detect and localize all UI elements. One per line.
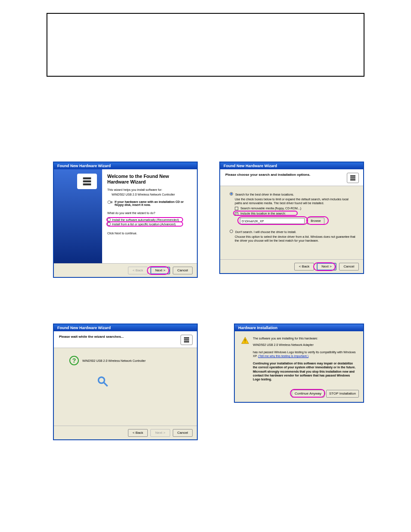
wizard-content: Welcome to the Found New Hardware Wizard… — [102, 169, 197, 263]
checkbox-icon — [235, 212, 238, 216]
location-path-field[interactable]: D:\Driver\2K_XP — [240, 218, 305, 224]
titlebar: Found New Hardware Wizard — [220, 162, 363, 169]
warning-body: ! The software you are installing for th… — [235, 331, 363, 386]
radio-search[interactable]: Search for the best driver in these loca… — [230, 192, 356, 196]
cancel-button[interactable]: Cancel — [339, 263, 359, 271]
search-help-text: Use the check boxes below to limit or ex… — [235, 197, 356, 205]
warning-icon: ! — [241, 336, 249, 345]
radio-icon — [107, 222, 111, 226]
checkbox-include[interactable]: Include this location in the search: — [235, 212, 356, 215]
wizard-header: Please choose your search and installati… — [220, 169, 363, 186]
device-icon — [181, 335, 193, 345]
button-row: < Back Next > Cancel — [220, 259, 363, 273]
tell-me-why-link[interactable]: (Tell me why this testing is important.) — [258, 355, 308, 358]
dialog-searching: Found New Hardware Wizard Please wait wh… — [53, 324, 197, 440]
next-button[interactable]: Next > — [150, 267, 170, 274]
wizard-heading: Please wait while the wizard searches... — [59, 335, 124, 339]
logo-testing-text: has not passed Windows Logo testing to v… — [253, 350, 357, 358]
titlebar: Found New Hardware Wizard — [54, 324, 197, 331]
cd-icon — [107, 200, 113, 206]
cd-hint-row: If your hardware came with an installati… — [107, 200, 192, 206]
dialog-choose-options: Found New Hardware Wizard Please choose … — [220, 162, 364, 274]
radio-icon — [230, 192, 233, 196]
dont-search-help-text: Choose this option to select the device … — [235, 235, 356, 243]
path-row: D:\Driver\2K_XP Browse — [240, 218, 356, 224]
bold-warning: Continuing your installation of this sof… — [253, 361, 357, 381]
screenshot-row-1: Found New Hardware Wizard Welcome to the… — [0, 162, 411, 277]
device-name: WIND502 USB 2.0 Wireless Network Control… — [82, 359, 146, 362]
searching-body: ? WIND502 USB 2.0 Wireless Network Contr… — [54, 348, 197, 426]
wizard-header: Please wait while the wizard searches... — [54, 331, 197, 348]
device-icon — [347, 173, 359, 183]
dialog-hardware-installation: Hardware Installation ! The software you… — [234, 324, 364, 402]
svg-point-2 — [99, 377, 105, 383]
screenshot-row-2: Found New Hardware Wizard Please wait wh… — [0, 324, 411, 440]
back-button[interactable]: < Back — [294, 263, 314, 271]
warning-line1: The software you are installing for this… — [253, 336, 357, 340]
next-button[interactable]: Next > — [150, 429, 170, 437]
radio-icon — [107, 218, 111, 221]
wizard-heading: Please choose your search and installati… — [225, 173, 310, 177]
browse-button[interactable]: Browse — [307, 218, 324, 224]
warning-text: The software you are installing for this… — [253, 336, 357, 381]
svg-rect-1 — [111, 202, 112, 203]
question-icon: ? — [69, 356, 79, 365]
magnifier-icon — [97, 376, 109, 388]
radio-auto[interactable]: Install the software automatically (Reco… — [107, 218, 192, 221]
continue-anyway-button[interactable]: Continue Anyway — [292, 390, 324, 398]
radio-dont-search[interactable]: Don't search. I will choose the driver t… — [230, 230, 356, 233]
next-button[interactable]: Next > — [317, 263, 336, 271]
cd-hint-text: If your hardware came with an installati… — [115, 200, 192, 206]
continue-text: Click Next to continue. — [107, 232, 192, 235]
stop-installation-button[interactable]: STOP Installation — [326, 390, 359, 398]
button-row: Continue Anyway STOP Installation — [235, 386, 363, 402]
wizard-main: Search for the best driver in these loca… — [220, 186, 363, 259]
radio-icon — [230, 230, 233, 233]
titlebar: Found New Hardware Wizard — [54, 162, 197, 169]
cancel-button[interactable]: Cancel — [173, 429, 193, 437]
radio-advanced-label: Install from a list or specific location… — [112, 223, 176, 226]
wizard-question: What do you want the wizard to do? — [107, 212, 192, 215]
document-page: Found New Hardware Wizard Welcome to the… — [0, 0, 411, 532]
radio-dont-search-label: Don't search. I will choose the driver t… — [235, 230, 296, 233]
wizard-heading: Welcome to the Found New Hardware Wizard — [107, 174, 192, 185]
device-name: WIND502 USB 2.0 Wireless Network Adapter — [253, 343, 357, 347]
dialog-welcome: Found New Hardware Wizard Welcome to the… — [53, 162, 197, 277]
wizard-sidebar-graphic — [54, 169, 102, 263]
button-row: < Back Next > Cancel — [54, 263, 197, 277]
svg-line-3 — [104, 383, 107, 386]
svg-text:!: ! — [245, 339, 246, 343]
checkbox-icon — [235, 207, 238, 210]
back-button[interactable]: < Back — [128, 429, 148, 437]
back-button[interactable]: < Back — [128, 267, 148, 274]
blank-header-box — [47, 13, 364, 77]
radio-auto-label: Install the software automatically (Reco… — [112, 218, 179, 221]
cancel-button[interactable]: Cancel — [173, 267, 193, 274]
button-row: < Back Next > Cancel — [54, 426, 197, 439]
device-name: WIND502 USB 2.0 Wireless Network Control… — [112, 193, 192, 196]
titlebar: Hardware Installation — [235, 324, 363, 331]
wizard-helps-text: This wizard helps you install software f… — [107, 188, 192, 191]
svg-point-0 — [108, 201, 111, 204]
checkbox-include-label: Include this location in the search: — [240, 212, 286, 215]
checkbox-removable-label: Search removable media (floppy, CD-ROM..… — [240, 207, 301, 210]
checkbox-removable[interactable]: Search removable media (floppy, CD-ROM..… — [235, 206, 356, 210]
device-row: ? WIND502 USB 2.0 Wireless Network Contr… — [69, 356, 190, 365]
radio-search-label: Search for the best driver in these loca… — [235, 193, 294, 196]
radio-group: Install the software automatically (Reco… — [107, 218, 192, 226]
device-icon — [77, 174, 97, 189]
wizard-body: Welcome to the Found New Hardware Wizard… — [54, 169, 197, 263]
radio-advanced[interactable]: Install from a list or specific location… — [107, 222, 192, 226]
